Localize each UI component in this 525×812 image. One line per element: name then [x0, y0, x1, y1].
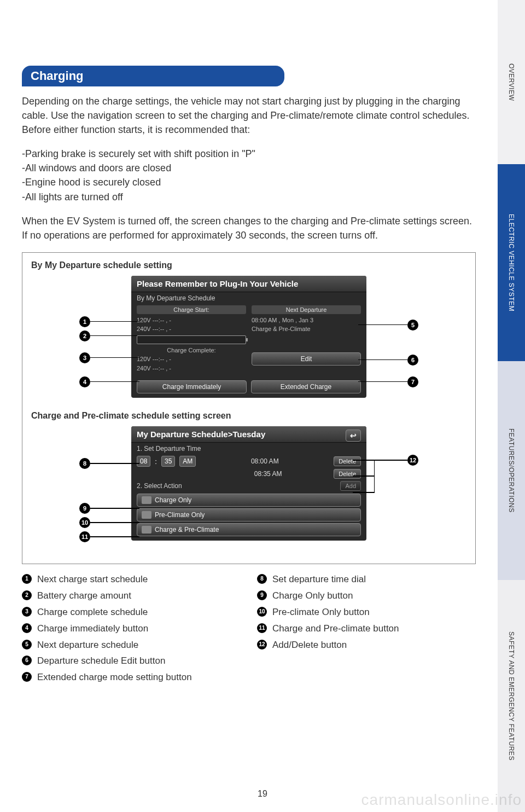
val: Charge & Pre-Climate: [252, 324, 361, 334]
callout-11: 11: [79, 531, 90, 542]
section-heading: Charging: [22, 66, 284, 86]
screen-1-wrap: 1 2 3 4 5 6 7 Please Remember to Plug-In…: [74, 276, 424, 398]
callout-1: 1: [79, 316, 90, 327]
val: 240V ---:-- , -: [137, 364, 246, 373]
climate-icon: [142, 511, 151, 519]
bullet: -All lights are turned off: [22, 190, 476, 204]
bullet: -Parking brake is securely set with shif…: [22, 147, 476, 161]
screen-header: My Departure Schedule>Tuesday ↩: [131, 426, 366, 443]
legend-num: 3: [22, 607, 32, 617]
nav-screen-2: My Departure Schedule>Tuesday ↩ 1. Set D…: [131, 426, 366, 541]
col-head: Charge Complete:: [137, 346, 246, 355]
legend-text: Charge and Pre-climate button: [272, 622, 399, 635]
watermark: carmanualsonline.info: [361, 791, 522, 809]
legend-num: 11: [257, 623, 267, 633]
time-entry: 08:00 AM: [251, 457, 279, 465]
charge-and-pre-climate-button[interactable]: Charge & Pre-Climate: [137, 523, 361, 536]
callout-line: [353, 492, 375, 493]
callout-3: 3: [79, 352, 90, 363]
legend-text: Charge Only button: [272, 589, 353, 602]
legend-text: Charge complete schedule: [37, 606, 148, 619]
callout-line: [358, 381, 407, 382]
legend: 1Next charge start schedule 2Battery cha…: [22, 573, 476, 687]
btn-label: Charge & Pre-Climate: [155, 526, 219, 533]
legend-text: Extended charge mode setting button: [37, 671, 192, 684]
btn-label: Pre-Climate Only: [155, 511, 205, 519]
callout-line: [375, 460, 407, 461]
minute-dial[interactable]: 35: [161, 456, 175, 467]
val: 120V ---:-- , -: [137, 316, 246, 325]
screen-header: Please Remember to Plug-In Your Vehicle: [131, 276, 366, 292]
callout-line: [358, 324, 407, 326]
legend-text: Departure schedule Edit button: [37, 654, 165, 668]
next-departure-col: Next Departure 08:00 AM , Mon , Jan 3 Ch…: [252, 305, 361, 373]
edit-button[interactable]: Edit: [252, 352, 361, 366]
diagram-container: By My Departure schedule setting 1 2 3 4…: [22, 252, 476, 565]
col-head: Charge Start:: [137, 305, 246, 314]
charge-only-button[interactable]: Charge Only: [137, 494, 361, 507]
callout-line: [90, 536, 139, 537]
legend-num: 12: [257, 640, 267, 649]
legend-text: Charge immediately button: [37, 622, 148, 635]
add-button[interactable]: Add: [340, 481, 361, 491]
legend-text: Add/Delete button: [272, 639, 347, 652]
callout-10: 10: [79, 517, 90, 528]
callout-5: 5: [407, 320, 418, 330]
extended-charge-button[interactable]: Extended Charge: [251, 380, 361, 393]
recommendation-list: -Parking brake is securely set with shif…: [22, 147, 476, 204]
charge-immediately-button[interactable]: Charge Immediately: [137, 380, 247, 393]
diagram-title-2: Charge and Pre-climate schedule setting …: [31, 411, 466, 421]
back-icon[interactable]: ↩: [346, 430, 361, 442]
legend-text: Next departure schedule: [37, 639, 138, 652]
callout-9: 9: [79, 503, 90, 514]
callout-2: 2: [79, 330, 90, 341]
diagram-title-1: By My Departure schedule setting: [31, 260, 466, 270]
step-1-label: 1. Set Departure Time: [131, 443, 366, 455]
callout-line: [90, 522, 139, 523]
val: 120V ---:-- , -: [137, 355, 246, 364]
callout-12: 12: [407, 455, 418, 466]
header-text: My Departure Schedule>Tuesday: [137, 430, 265, 439]
callout-line: [90, 321, 139, 322]
delete-button[interactable]: Delete: [334, 469, 361, 479]
legend-num: 10: [257, 607, 267, 617]
btn-label: Charge Only: [155, 496, 191, 504]
legend-text: Pre-climate Only button: [272, 606, 370, 619]
legend-text: Set departure time dial: [272, 573, 366, 586]
callout-line: [90, 463, 139, 464]
charge-climate-icon: [142, 526, 151, 533]
callout-line: [90, 508, 139, 509]
bullet: -All windows and doors are closed: [22, 161, 476, 175]
callout-line: [358, 359, 407, 361]
callout-line: [353, 460, 375, 461]
callout-line: [90, 381, 139, 382]
legend-text: Battery charge amount: [37, 589, 131, 602]
callout-4: 4: [79, 376, 90, 387]
val: 240V ---:-- , -: [137, 324, 246, 334]
charge-start-col: Charge Start: 120V ---:-- , - 240V ---:-…: [137, 305, 246, 373]
nav-screen-1: Please Remember to Plug-In Your Vehicle …: [131, 276, 366, 398]
legend-text: Next charge start schedule: [37, 573, 148, 586]
screen-subheader: By My Departure Schedule: [131, 292, 366, 304]
bullet: -Engine hood is securely closed: [22, 175, 476, 189]
legend-num: 6: [22, 656, 32, 665]
legend-num: 1: [22, 574, 32, 584]
callout-line: [90, 357, 139, 358]
callout-8: 8: [79, 458, 90, 469]
ampm-dial[interactable]: AM: [179, 456, 196, 467]
paragraph: When the EV System is turned off, the sc…: [22, 214, 476, 242]
legend-num: 8: [257, 574, 267, 584]
intro-text: Depending on the charge settings, the ve…: [22, 94, 476, 137]
val: 08:00 AM , Mon , Jan 3: [252, 316, 361, 325]
pre-climate-only-button[interactable]: Pre-Climate Only: [137, 508, 361, 521]
callout-line: [90, 335, 139, 337]
col-head: Next Departure: [252, 305, 361, 314]
step-2-label: 2. Select Action: [137, 482, 182, 490]
legend-num: 2: [22, 590, 32, 600]
hour-dial[interactable]: 08: [137, 456, 150, 467]
callout-line: [353, 475, 375, 477]
delete-button[interactable]: Delete: [334, 456, 361, 466]
battery-icon: [137, 335, 246, 344]
screen-2-wrap: 8 9 10 11 12 My Departure Schedule>Tuesd…: [74, 426, 424, 541]
legend-num: 4: [22, 623, 32, 633]
